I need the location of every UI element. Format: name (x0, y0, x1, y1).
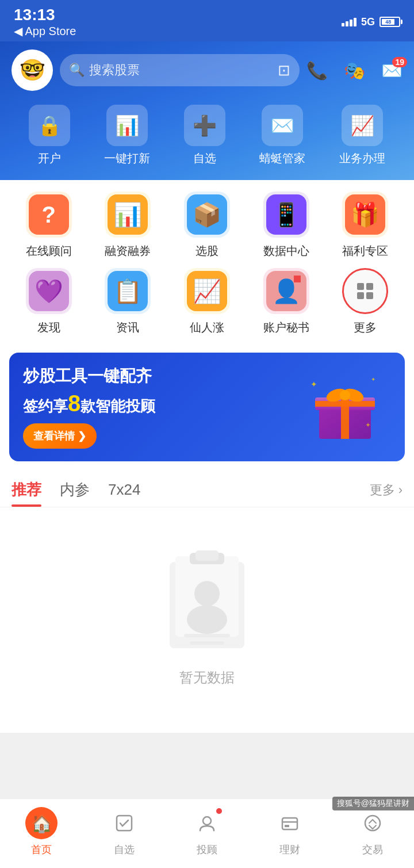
svg-point-19 (187, 605, 227, 634)
status-time: 13:13 (14, 6, 76, 24)
open-account-icon: 🔒 (29, 105, 70, 146)
mail-button[interactable]: ✉️ 19 (381, 60, 402, 81)
nav-business[interactable]: 📈 业务办理 (339, 105, 385, 166)
svg-rect-7 (315, 401, 375, 407)
one-click-new-label: 一键打新 (104, 151, 150, 166)
network-type: 5G (361, 16, 375, 28)
empty-illustration (150, 542, 264, 657)
business-icon: 📈 (342, 105, 383, 146)
news-icon: 📋 (105, 268, 151, 314)
svg-rect-1 (366, 283, 373, 290)
shortcut-more[interactable]: 更多 (325, 268, 405, 335)
banner-section: 炒股工具一键配齐 签约享8款智能投顾 查看详情 ❯ (0, 347, 414, 471)
stock-pick-label: 选股 (195, 243, 218, 259)
scan-icon[interactable]: ⊡ (278, 62, 290, 79)
data-center-icon: 📱 (263, 192, 309, 238)
svg-text:✦: ✦ (371, 376, 375, 383)
svg-rect-26 (285, 825, 289, 827)
svg-point-18 (194, 581, 220, 606)
phone-button[interactable]: 📞 (306, 60, 328, 81)
nav-home[interactable]: 🏠 首页 (13, 807, 70, 856)
dragonfly-icon: ✉️ (262, 105, 303, 146)
banner-number: 8 (68, 391, 80, 416)
shortcut-online-advisor[interactable]: ? 在线顾问 (9, 192, 89, 259)
banner[interactable]: 炒股工具一键配齐 签约享8款智能投顾 查看详情 ❯ (9, 353, 405, 461)
battery-level: 48 (382, 19, 394, 25)
shortcut-data-center[interactable]: 📱 数据中心 (247, 192, 326, 259)
dragonfly-label: 蜻蜓管家 (259, 151, 305, 166)
more-label: 更多 (354, 320, 377, 335)
banner-button[interactable]: 查看详情 ❯ (23, 423, 97, 449)
shortcut-welfare[interactable]: 🎁 福利专区 (325, 192, 405, 259)
xianren-label: 仙人涨 (190, 320, 224, 335)
watchlist-label: 自选 (193, 151, 216, 166)
header-top: 🤓 🔍 搜索股票 ⊡ 📞 🎭 ✉️ 19 (12, 49, 402, 91)
search-bar[interactable]: 🔍 搜索股票 ⊡ (60, 54, 300, 86)
more-circle-wrapper (342, 268, 388, 314)
nav-watchlist[interactable]: ➕ 自选 (184, 105, 225, 166)
shortcut-xianren[interactable]: 📈 仙人涨 (167, 268, 247, 335)
svg-point-10 (340, 390, 350, 400)
shortcut-section: ? 在线顾问 📊 融资融券 📦 选股 📱 数据中心 (0, 180, 414, 347)
mask-button[interactable]: 🎭 (344, 60, 365, 81)
shortcut-account-secret[interactable]: 👤 账户秘书 (247, 268, 326, 335)
tab-recommend[interactable]: 推荐 (12, 480, 41, 507)
tab-7x24[interactable]: 7x24 (108, 481, 140, 506)
tabs-more[interactable]: 更多 › (370, 481, 402, 506)
banner-line2-post: 款智能投顾 (80, 397, 155, 415)
account-secret-label: 账户秘书 (263, 320, 309, 335)
online-advisor-label: 在线顾问 (26, 243, 72, 259)
svg-rect-0 (357, 283, 364, 290)
open-account-label: 开户 (38, 151, 61, 166)
empty-text: 暂无数据 (179, 668, 235, 687)
nav-open-account[interactable]: 🔒 开户 (29, 105, 70, 166)
shortcut-margin[interactable]: 📊 融资融券 (89, 192, 168, 259)
shortcut-news[interactable]: 📋 资讯 (89, 268, 168, 335)
margin-label: 融资融券 (105, 243, 151, 259)
svg-rect-24 (282, 818, 297, 829)
discover-label: 发现 (37, 320, 60, 335)
header: 🤓 🔍 搜索股票 ⊡ 📞 🎭 ✉️ 19 🔒 开户 📊 一键打新 ➕ 自选 (0, 41, 414, 180)
svg-rect-2 (357, 292, 364, 299)
svg-rect-22 (117, 816, 132, 831)
avatar[interactable]: 🤓 (12, 49, 53, 91)
welfare-label: 福利专区 (342, 243, 388, 259)
banner-text: 炒股工具一键配齐 签约享8款智能投顾 查看详情 ❯ (23, 365, 299, 449)
stock-pick-icon: 📦 (184, 192, 230, 238)
discover-icon: 💜 (26, 268, 72, 314)
one-click-new-icon: 📊 (106, 105, 148, 146)
svg-rect-17 (195, 550, 218, 561)
nav-advisor[interactable]: 投顾 (178, 807, 236, 856)
shortcut-discover[interactable]: 💜 发现 (9, 268, 89, 335)
status-bar: 13:13 ◀ App Store 5G 48 (0, 0, 414, 41)
nav-trade[interactable]: 交易 (344, 807, 401, 856)
tab-neican[interactable]: 内参 (60, 480, 90, 507)
trade-label: 交易 (362, 843, 383, 856)
banner-line2: 签约享8款智能投顾 (23, 391, 299, 416)
tabs-section: 推荐 内参 7x24 更多 › (0, 471, 414, 507)
svg-rect-20 (184, 634, 230, 637)
business-label: 业务办理 (339, 151, 385, 166)
shortcut-stock-pick[interactable]: 📦 选股 (167, 192, 247, 259)
news-label: 资讯 (116, 320, 139, 335)
nav-dragonfly[interactable]: ✉️ 蜻蜓管家 (259, 105, 305, 166)
svg-text:✦: ✦ (310, 380, 317, 389)
nav-one-click-new[interactable]: 📊 一键打新 (104, 105, 150, 166)
nav-watchlist[interactable]: 自选 (95, 807, 153, 856)
mail-badge: 19 (392, 57, 407, 67)
account-secret-icon: 👤 (263, 268, 309, 314)
nav-wealth[interactable]: 理财 (261, 807, 319, 856)
svg-rect-3 (366, 292, 373, 299)
wealth-icon (274, 807, 306, 839)
advisor-label: 投顾 (197, 843, 217, 856)
margin-icon: 📊 (105, 192, 151, 238)
shortcut-grid: ? 在线顾问 📊 融资融券 📦 选股 📱 数据中心 (9, 192, 405, 335)
welfare-icon: 🎁 (342, 192, 388, 238)
header-actions: 📞 🎭 ✉️ 19 (306, 60, 402, 81)
status-right: 5G 48 (342, 16, 400, 28)
search-icon: 🔍 (69, 63, 85, 78)
trade-icon (356, 807, 389, 839)
advisor-icon (191, 807, 223, 839)
quick-nav: 🔒 开户 📊 一键打新 ➕ 自选 ✉️ 蜻蜓管家 📈 业务办理 (12, 105, 402, 166)
xianren-icon: 📈 (184, 268, 230, 314)
